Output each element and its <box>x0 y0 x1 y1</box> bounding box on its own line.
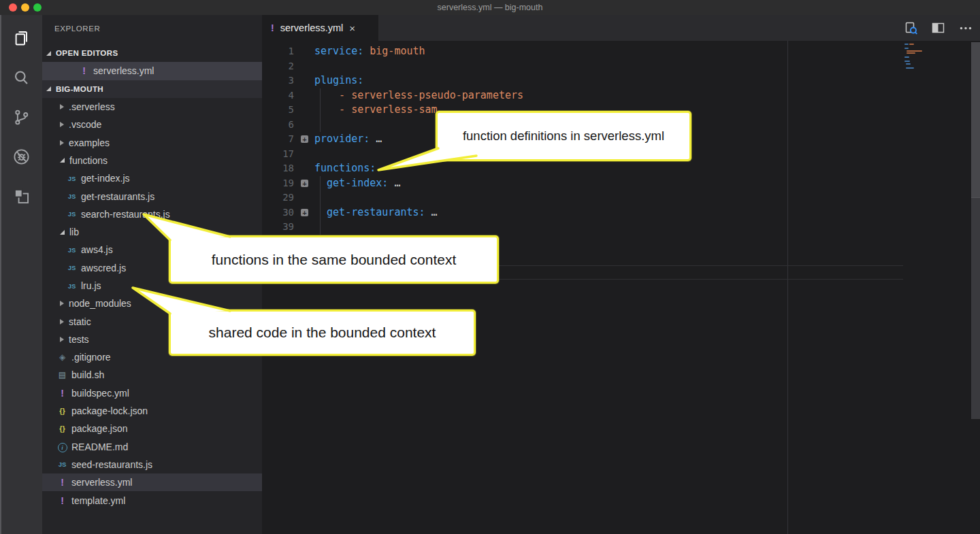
gutter <box>294 147 314 162</box>
open-preview-icon[interactable] <box>904 21 918 35</box>
item-label: awscred.js <box>81 263 126 273</box>
code-line-2: 2 <box>262 59 980 74</box>
chevron-collapsed-icon <box>60 140 64 146</box>
item-label: build.sh <box>71 369 104 380</box>
indent-guide <box>320 103 321 118</box>
close-tab-icon[interactable]: × <box>349 23 355 33</box>
tree-folder-functions[interactable]: functions <box>42 152 262 169</box>
code-line-18: 18functions: <box>262 161 980 176</box>
item-label: template.yml <box>71 495 125 506</box>
code-text[interactable]: service: big-mouth <box>314 44 425 59</box>
yaml-file-icon: ! <box>56 477 68 488</box>
token-dots: … <box>388 177 400 189</box>
tree-file-get-restaurants.js[interactable]: JSget-restaurants.js <box>42 187 262 205</box>
chevron-collapsed-icon <box>60 319 64 324</box>
item-label: README.md <box>71 441 128 452</box>
tree-file-search-restaurants.js[interactable]: JSsearch-restaurants.js <box>42 205 262 223</box>
token-key: get-index: <box>314 177 388 189</box>
git-file-icon: ◈ <box>56 352 68 362</box>
code-text[interactable]: functions: <box>314 161 376 176</box>
callout-functions-bounded-context: functions in the same bounded context <box>169 235 499 284</box>
item-label: .serverless <box>69 101 115 112</box>
code-text[interactable]: get-index: … <box>314 176 400 191</box>
more-actions-icon[interactable] <box>958 21 973 35</box>
code-text[interactable]: plugins: <box>314 73 363 88</box>
line-number: 29 <box>262 190 294 205</box>
fold-expand-icon[interactable]: + <box>301 180 308 187</box>
chevron-expanded-icon <box>46 86 51 91</box>
item-label: tests <box>69 334 89 345</box>
window-title: serverless.yml — big-mouth <box>0 0 980 15</box>
tree-file-build.sh[interactable]: ▤build.sh <box>42 366 262 384</box>
indent-guide <box>320 205 321 220</box>
code-line-1: 1service: big-mouth <box>262 44 980 59</box>
tree-folder-examples[interactable]: examples <box>42 133 262 151</box>
line-number: 2 <box>262 59 294 74</box>
indent-guide <box>320 176 321 191</box>
gutter: + <box>294 176 314 191</box>
open-editor-item-serverless.yml[interactable]: !serverless.yml <box>42 62 262 80</box>
chevron-collapsed-icon <box>60 104 64 110</box>
code-text[interactable]: provider: … <box>314 132 382 147</box>
line-number: 7 <box>262 132 294 147</box>
gutter <box>294 88 314 103</box>
tree-file-get-index.js[interactable]: JSget-index.js <box>42 169 262 187</box>
fold-expand-icon[interactable]: + <box>301 135 308 143</box>
item-label: lib <box>69 227 79 237</box>
tree-file-package.json[interactable]: {}package.json <box>42 420 262 437</box>
callout-text: shared code in the bounded context <box>209 324 436 341</box>
tree-folder-.serverless[interactable]: .serverless <box>42 98 262 116</box>
tree-file-README.md[interactable]: iREADME.md <box>42 438 262 456</box>
source-control-icon[interactable] <box>5 101 37 133</box>
token-key: get-restaurants: <box>314 206 425 218</box>
scrollbar-slider[interactable] <box>971 42 980 197</box>
sidebar-title: EXPLORER <box>42 15 262 33</box>
minimap[interactable] <box>903 41 971 534</box>
project-header[interactable]: BIG-MOUTH <box>42 80 262 98</box>
tab-serverless-yml[interactable]: ! serverless.yml × <box>262 15 378 41</box>
code-text[interactable]: get-restaurants: … <box>314 205 438 220</box>
tree-folder-.vscode[interactable]: .vscode <box>42 116 262 133</box>
yaml-file-icon: ! <box>78 65 90 76</box>
item-label: aws4.js <box>81 244 113 255</box>
minimap-line <box>909 44 914 45</box>
minimap-line <box>906 52 915 54</box>
tab-label: serverless.yml <box>280 22 344 33</box>
line-number: 19 <box>262 176 294 191</box>
indent-guide <box>320 118 321 133</box>
json-file-icon: {} <box>56 407 68 415</box>
tree-file-package-lock.json[interactable]: {}package-lock.json <box>42 402 262 420</box>
extensions-icon[interactable] <box>5 180 37 212</box>
item-label: OPEN EDITORS <box>56 49 118 57</box>
code-text[interactable]: - serverless-pseudo-parameters <box>314 88 523 103</box>
item-label: lru.js <box>81 280 101 291</box>
search-icon[interactable] <box>5 61 37 94</box>
item-label: get-restaurants.js <box>81 191 154 202</box>
tree-file-seed-restaurants.js[interactable]: JSseed-restaurants.js <box>42 456 262 473</box>
gutter <box>294 103 314 118</box>
fold-expand-icon[interactable]: + <box>301 209 308 216</box>
line-number: 18 <box>262 161 294 176</box>
open-editors-header[interactable]: OPEN EDITORS <box>42 44 262 62</box>
line-number: 30 <box>262 205 294 220</box>
tree-file-buildspec.yml[interactable]: !buildspec.yml <box>42 384 262 402</box>
scrollbar-track[interactable] <box>971 197 980 419</box>
code-line-30: 30+ get-restaurants: … <box>262 205 980 220</box>
explorer-icon[interactable] <box>5 22 37 54</box>
gutter <box>294 59 314 74</box>
line-number: 6 <box>262 118 294 133</box>
debug-icon[interactable] <box>5 140 37 173</box>
readme-info-icon: i <box>56 441 68 452</box>
line-number: 17 <box>262 147 294 162</box>
tree-file-serverless.yml[interactable]: !serverless.yml <box>42 473 262 491</box>
callout-function-definitions: function definitions in serverless.yml <box>436 111 691 161</box>
item-label: static <box>69 316 91 327</box>
code-text[interactable]: - serverless-sam <box>314 103 438 118</box>
callout-text: functions in the same bounded context <box>212 252 457 268</box>
js-file-icon: JS <box>66 193 78 200</box>
item-label: package.json <box>71 423 128 434</box>
tree-file-template.yml[interactable]: !template.yml <box>42 491 262 509</box>
split-editor-icon[interactable] <box>931 21 945 35</box>
token-key: functions: <box>314 162 376 174</box>
yaml-file-icon: ! <box>271 22 274 33</box>
